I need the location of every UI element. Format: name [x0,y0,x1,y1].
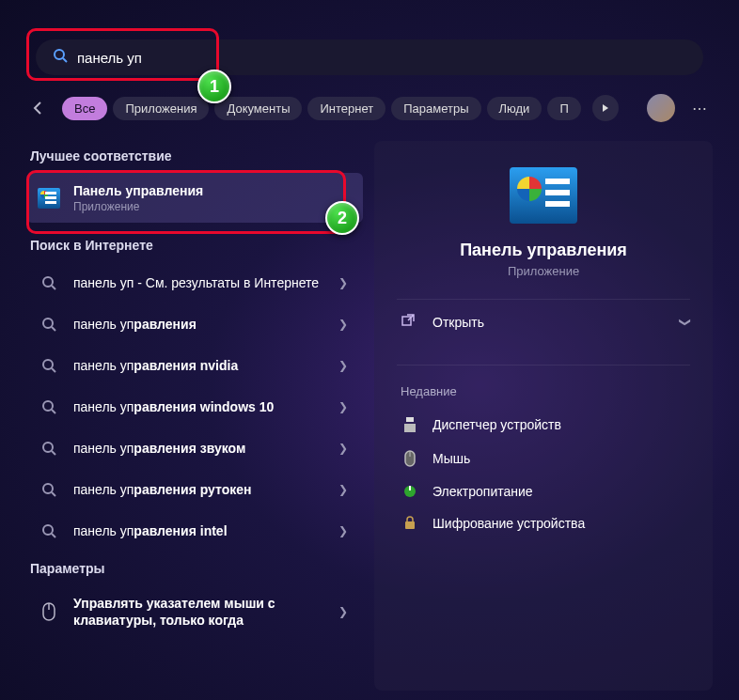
recent-item-icon [401,416,419,433]
preview-title: Панель управления [397,241,690,260]
search-icon [53,48,68,67]
open-label: Открыть [432,315,484,330]
svg-point-14 [43,525,53,535]
settings-item-label: Управлять указателем мыши с клавиатуры, … [73,595,331,629]
svg-point-10 [43,443,53,452]
preview-subtitle: Приложение [397,264,690,278]
web-suggestion[interactable]: панель управления nvidia ❯ [26,345,363,386]
chevron-right-icon: ❯ [338,359,348,372]
svg-rect-20 [404,424,416,432]
svg-point-4 [43,319,53,328]
preview-panel: Панель управления Приложение Открыть ❯ Н… [374,141,713,691]
svg-rect-25 [405,521,415,529]
back-arrow[interactable] [26,96,51,120]
search-icon [38,437,60,459]
search-icon [38,478,60,501]
recent-item-label: Электропитание [432,484,533,499]
svg-point-8 [43,401,53,411]
recent-item[interactable]: Мышь [397,442,690,475]
annotation-badge-2: 2 [325,201,359,235]
recent-item-label: Диспетчер устройств [432,417,561,432]
search-icon [38,272,60,294]
svg-line-3 [52,286,55,289]
search-icon [38,396,60,418]
open-action[interactable]: Открыть ❯ [397,300,690,344]
web-suggestion[interactable]: панель управления intel ❯ [26,510,363,552]
svg-point-2 [43,277,53,287]
web-suggestion[interactable]: панель управления ❯ [26,303,363,345]
suggestion-text: панель уп - См. результаты в Интернете [73,274,331,291]
svg-line-13 [52,492,55,496]
search-icon [38,520,60,542]
suggestion-text: панель управления windows 10 [73,398,331,415]
recent-item[interactable]: Электропитание [397,475,690,507]
recent-item[interactable]: Шифрование устройства [397,507,690,539]
filter-chip-all[interactable]: Все [62,97,107,120]
settings-section-header: Параметры [30,561,363,576]
chevron-right-icon: ❯ [338,318,348,331]
more-options-button[interactable]: ⋯ [686,95,713,121]
recent-item-label: Шифрование устройства [432,516,585,531]
svg-line-1 [63,58,67,62]
svg-line-5 [52,327,55,331]
svg-line-15 [52,534,55,537]
svg-rect-19 [406,417,414,422]
svg-rect-24 [409,486,411,490]
settings-item[interactable]: Управлять указателем мыши с клавиатуры, … [26,585,363,638]
best-match-header: Лучшее соответствие [30,148,363,163]
recent-item[interactable]: Диспетчер устройств [397,408,690,442]
suggestion-text: панель управления [73,316,331,333]
best-match-title: Панель управления [73,182,352,199]
user-avatar[interactable] [647,94,675,122]
svg-line-9 [52,410,55,413]
svg-point-6 [43,360,53,369]
filter-chip-docs[interactable]: Документы [214,97,302,120]
recent-item-icon [401,516,419,531]
search-input[interactable] [77,50,686,66]
chevron-right-icon: ❯ [338,276,348,289]
recent-item-icon [401,484,419,499]
svg-line-7 [52,368,55,372]
web-suggestion[interactable]: панель управления рутокен ❯ [26,469,363,510]
chevron-right-icon: ❯ [338,400,348,413]
web-search-header: Поиск в Интернете [30,238,363,253]
filter-chip-truncated[interactable]: П [547,97,580,120]
control-panel-icon [38,187,60,210]
filter-row: Все Приложения Документы Интернет Параме… [26,92,713,124]
recent-item-icon [401,450,419,467]
best-match-item[interactable]: Панель управления Приложение [26,173,363,223]
filter-chip-apps[interactable]: Приложения [113,97,209,120]
control-panel-icon-large [510,167,577,224]
search-icon [38,313,60,335]
svg-point-0 [55,50,64,59]
recent-item-label: Мышь [432,451,470,466]
web-suggestion[interactable]: панель управления звуком ❯ [26,428,363,469]
suggestion-text: панель управления nvidia [73,357,331,374]
search-bar[interactable] [36,39,703,75]
chevron-right-icon: ❯ [338,442,348,455]
web-suggestion[interactable]: панель управления windows 10 ❯ [26,386,363,428]
divider [397,365,690,366]
suggestion-text: панель управления звуком [73,440,331,457]
filter-chip-settings[interactable]: Параметры [391,97,480,120]
results-panel: Лучшее соответствие Панель управления Пр… [26,141,363,691]
suggestion-text: панель управления рутокен [73,481,331,498]
suggestion-text: панель управления intel [73,522,331,539]
svg-point-12 [43,484,53,493]
svg-line-11 [52,451,55,455]
chevron-right-icon: ❯ [338,483,348,496]
filter-chip-people[interactable]: Люди [487,97,542,120]
annotation-badge-1: 1 [197,70,231,103]
search-icon [38,354,60,377]
chevron-right-icon: ❯ [338,605,348,618]
web-suggestion[interactable]: панель уп - См. результаты в Интернете ❯ [26,262,363,303]
filter-scroll-right[interactable] [592,95,619,121]
chevron-down-icon[interactable]: ❯ [679,318,692,327]
recent-header: Недавние [401,384,690,398]
filter-chip-web[interactable]: Интернет [307,97,385,120]
mouse-icon [38,600,60,623]
best-match-subtitle: Приложение [73,200,352,213]
chevron-right-icon: ❯ [338,524,348,537]
open-icon [401,313,419,331]
